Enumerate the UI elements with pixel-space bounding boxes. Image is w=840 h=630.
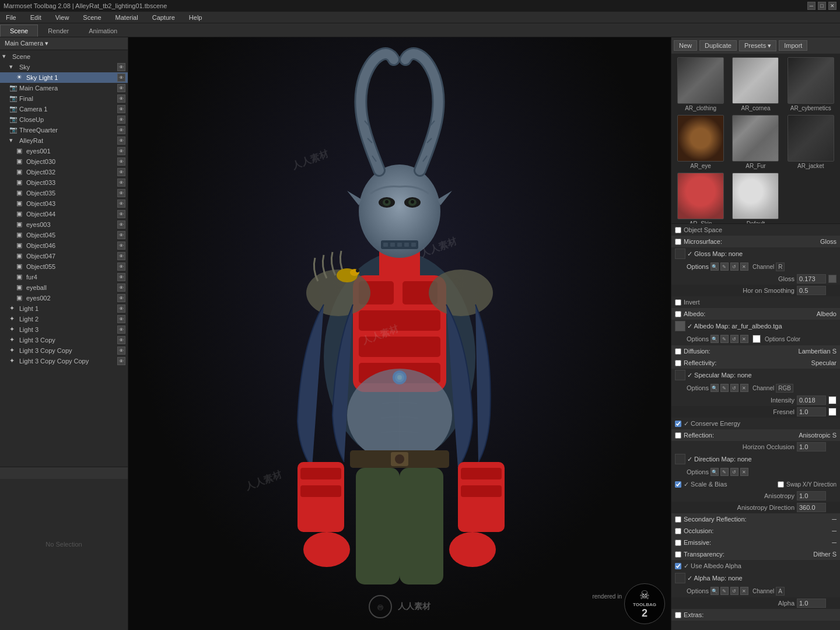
duplicate-material-button[interactable]: Duplicate bbox=[699, 40, 737, 51]
albedo-edit-btn[interactable]: ✎ bbox=[720, 335, 729, 343]
final-vis-button[interactable]: 👁 bbox=[117, 94, 125, 103]
tree-item-object055[interactable]: ▣ Object055 👁 bbox=[0, 261, 128, 272]
horizon-smoothing-input[interactable] bbox=[797, 286, 826, 295]
closeup-vis-button[interactable]: 👁 bbox=[117, 116, 125, 124]
use-albedo-alpha-checkbox[interactable] bbox=[675, 563, 681, 569]
gloss-clear-btn[interactable]: ✕ bbox=[740, 262, 748, 271]
fresnel-input[interactable] bbox=[797, 407, 826, 416]
tab-scene[interactable]: Scene bbox=[0, 24, 38, 37]
camera-selector[interactable]: Main Camera ▾ bbox=[0, 37, 128, 50]
tree-item-eyes001[interactable]: ▣ eyes001 👁 bbox=[0, 146, 128, 156]
tree-item-light1[interactable]: ✦ Light 1 👁 bbox=[0, 303, 128, 314]
object-space-checkbox[interactable] bbox=[675, 227, 681, 233]
tree-item-object030[interactable]: ▣ Object030 👁 bbox=[0, 156, 128, 167]
menu-help[interactable]: Help bbox=[186, 13, 206, 22]
tree-item-eyes003[interactable]: ▣ eyes003 👁 bbox=[0, 219, 128, 230]
mat-item-default[interactable]: Default bbox=[729, 172, 782, 223]
emissive-checkbox[interactable] bbox=[675, 540, 681, 546]
albedo-checkbox[interactable] bbox=[675, 311, 681, 317]
menu-view[interactable]: View bbox=[52, 13, 73, 22]
tree-item-eyeball[interactable]: ▣ eyeball 👁 bbox=[0, 282, 128, 293]
emissive-section-header[interactable]: Emissive: ─ bbox=[671, 537, 840, 548]
mat-item-clothing[interactable]: AR_clothing bbox=[674, 56, 727, 113]
intensity-swatch[interactable] bbox=[828, 396, 836, 404]
tree-item-light3copycopy[interactable]: ✦ Light 3 Copy Copy 👁 bbox=[0, 345, 128, 356]
tree-item-object047[interactable]: ▣ Object047 👁 bbox=[0, 251, 128, 261]
tree-item-light3copy[interactable]: ✦ Light 3 Copy 👁 bbox=[0, 335, 128, 345]
dir-edit-btn[interactable]: ✎ bbox=[720, 468, 729, 476]
alpha-reload-btn[interactable]: ↺ bbox=[730, 587, 738, 595]
alpha-clear-btn[interactable]: ✕ bbox=[740, 587, 748, 595]
eyes003-vis[interactable]: 👁 bbox=[117, 220, 125, 229]
maximize-button[interactable]: □ bbox=[818, 2, 826, 10]
tree-item-sky[interactable]: ▾ Sky 👁 bbox=[0, 62, 128, 72]
specular-reload-btn[interactable]: ↺ bbox=[730, 384, 738, 392]
albedo-section-header[interactable]: Albedo: Albedo bbox=[671, 308, 840, 320]
mat-item-eye[interactable]: AR_eye bbox=[674, 114, 727, 170]
sky-vis-button[interactable]: 👁 bbox=[117, 63, 125, 71]
alleyrat-vis-button[interactable]: 👁 bbox=[117, 136, 125, 145]
tab-render[interactable]: Render bbox=[38, 24, 79, 37]
tree-item-alleyrat[interactable]: ▾ AlleyRat 👁 bbox=[0, 135, 128, 146]
specular-clear-btn[interactable]: ✕ bbox=[740, 384, 748, 392]
conserve-energy-checkbox[interactable] bbox=[675, 421, 681, 427]
close-button[interactable]: ✕ bbox=[828, 2, 836, 10]
reflectivity-section-header[interactable]: Reflectivity: Specular bbox=[671, 357, 840, 369]
occlusion-section-header[interactable]: Occlusion: ─ bbox=[671, 525, 840, 537]
alpha-search-btn[interactable]: 🔍 bbox=[710, 587, 719, 595]
menu-edit[interactable]: Edit bbox=[27, 13, 45, 22]
tree-item-object043[interactable]: ▣ Object043 👁 bbox=[0, 198, 128, 209]
threequarter-vis-button[interactable]: 👁 bbox=[117, 126, 125, 134]
obj033-vis[interactable]: 👁 bbox=[117, 178, 125, 187]
light3copycopycopy-vis[interactable]: 👁 bbox=[117, 357, 125, 365]
presets-button[interactable]: Presets ▾ bbox=[739, 40, 776, 51]
albedo-color-swatch[interactable] bbox=[752, 335, 761, 343]
reflection-checkbox[interactable] bbox=[675, 432, 681, 439]
tree-item-light3copycopycopy[interactable]: ✦ Light 3 Copy Copy Copy 👁 bbox=[0, 356, 128, 366]
cam1-vis-button[interactable]: 👁 bbox=[117, 105, 125, 113]
reflection-section-header[interactable]: Reflection: Anisotropic S bbox=[671, 429, 840, 441]
menu-material[interactable]: Material bbox=[112, 13, 142, 22]
horizon-occlusion-input[interactable] bbox=[797, 442, 826, 452]
tree-item-camera1[interactable]: 📷 Camera 1 👁 bbox=[0, 104, 128, 114]
tree-item-object033[interactable]: ▣ Object033 👁 bbox=[0, 177, 128, 188]
eyes002-vis[interactable]: 👁 bbox=[117, 294, 125, 302]
tree-item-closeup[interactable]: 📷 CloseUp 👁 bbox=[0, 114, 128, 125]
menu-file[interactable]: File bbox=[2, 13, 20, 22]
fresnel-swatch[interactable] bbox=[828, 408, 836, 416]
skylight-vis-button[interactable]: 👁 bbox=[117, 74, 125, 82]
extras-checkbox[interactable] bbox=[675, 612, 681, 618]
menu-capture[interactable]: Capture bbox=[149, 13, 178, 22]
light1-vis[interactable]: 👁 bbox=[117, 304, 125, 313]
tree-item-maincamera[interactable]: 📷 Main Camera 👁 bbox=[0, 83, 128, 93]
gloss-edit-btn[interactable]: ✎ bbox=[720, 262, 729, 271]
extras-section-header[interactable]: Extras: bbox=[671, 609, 840, 621]
tree-item-object044[interactable]: ▣ Object044 👁 bbox=[0, 209, 128, 219]
obj043-vis[interactable]: 👁 bbox=[117, 200, 125, 208]
light3copycopy-vis[interactable]: 👁 bbox=[117, 346, 125, 355]
anisotropy-dir-input[interactable] bbox=[797, 503, 826, 512]
albedo-reload-btn[interactable]: ↺ bbox=[730, 335, 738, 343]
specular-search-btn[interactable]: 🔍 bbox=[710, 384, 719, 392]
window-controls[interactable]: ─ □ ✕ bbox=[807, 2, 836, 10]
fur4-vis[interactable]: 👁 bbox=[117, 273, 125, 281]
secondary-reflection-checkbox[interactable] bbox=[675, 516, 681, 523]
specular-edit-btn[interactable]: ✎ bbox=[720, 384, 729, 392]
reflectivity-checkbox[interactable] bbox=[675, 360, 681, 366]
tree-item-light2[interactable]: ✦ Light 2 👁 bbox=[0, 314, 128, 324]
new-material-button[interactable]: New bbox=[674, 40, 697, 51]
intensity-input[interactable] bbox=[797, 396, 826, 405]
mat-item-fur[interactable]: AR_Fur bbox=[729, 114, 782, 170]
tree-item-scene[interactable]: ▾ Scene bbox=[0, 51, 128, 62]
light3copy-vis[interactable]: 👁 bbox=[117, 336, 125, 344]
tree-item-final[interactable]: 📷 Final 👁 bbox=[0, 93, 128, 104]
albedo-search-btn[interactable]: 🔍 bbox=[710, 335, 719, 343]
mat-item-jacket[interactable]: AR_jacket bbox=[784, 114, 838, 170]
tree-item-skylight1[interactable]: ☀ Sky Light 1 👁 bbox=[0, 72, 128, 83]
tree-item-threequarter[interactable]: 📷 ThreeQuarter 👁 bbox=[0, 125, 128, 135]
obj044-vis[interactable]: 👁 bbox=[117, 210, 125, 218]
albedo-clear-btn[interactable]: ✕ bbox=[740, 335, 748, 343]
mat-item-cornea[interactable]: AR_cornea bbox=[729, 56, 782, 113]
swap-xy-checkbox[interactable] bbox=[778, 481, 784, 488]
menu-scene[interactable]: Scene bbox=[79, 13, 104, 22]
